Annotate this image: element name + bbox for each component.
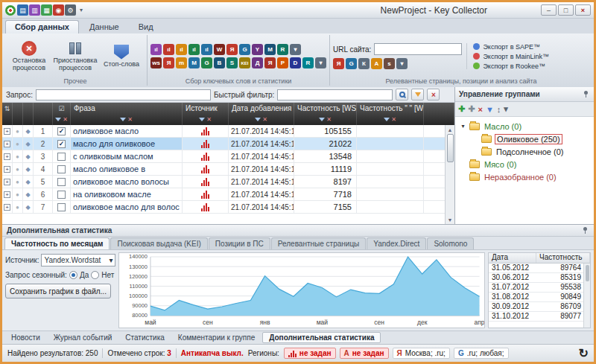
- table-row[interactable]: +●◆1✓оливковое масло21.07.2014 14:45:151…: [2, 125, 454, 138]
- groups-menu-icon[interactable]: ▾: [504, 104, 508, 114]
- service-icon[interactable]: ▾: [290, 44, 301, 55]
- scroll-down-icon[interactable]: ▼: [448, 215, 453, 224]
- expand-all-icon[interactable]: ↕: [497, 105, 501, 114]
- source-select[interactable]: Yandex.Wordstat ▾: [41, 254, 115, 266]
- check-all-icon[interactable]: ☑: [53, 103, 71, 114]
- service-icon[interactable]: M: [188, 57, 200, 68]
- scroll-up-icon[interactable]: ▲: [448, 125, 453, 134]
- service-icon[interactable]: D: [290, 57, 301, 68]
- expand-row-icon[interactable]: +: [4, 128, 10, 135]
- export-button-2[interactable]: Экспорт в Rookee™: [473, 63, 549, 70]
- maximize-button[interactable]: □: [558, 4, 574, 16]
- service-icon[interactable]: Д: [252, 57, 263, 68]
- site-service-icon[interactable]: К: [358, 58, 370, 69]
- ribbon-tab-2[interactable]: Вид: [130, 21, 162, 33]
- note-icon[interactable]: ●: [16, 128, 19, 135]
- expand-row-icon[interactable]: +: [4, 179, 10, 185]
- row-checkbox[interactable]: [57, 178, 66, 186]
- stats-tab-0[interactable]: Частотность по месяцам: [4, 237, 110, 249]
- phrase-cell[interactable]: оливковое масло: [71, 125, 183, 137]
- site-url-input[interactable]: [374, 43, 462, 55]
- scrollbar-thumb[interactable]: [447, 134, 454, 162]
- service-icon[interactable]: S: [226, 57, 238, 68]
- filter-clear-icon[interactable]: ✕: [391, 116, 396, 123]
- service-icon[interactable]: M: [264, 44, 276, 55]
- save-icon[interactable]: ▤: [17, 4, 28, 16]
- service-icon[interactable]: W: [214, 44, 225, 55]
- service-icon[interactable]: ıl: [163, 44, 174, 55]
- bottom-tab-3[interactable]: Комментарии к группе: [172, 333, 261, 342]
- seasonal-yes-radio[interactable]: [69, 271, 77, 279]
- pin-icon[interactable]: [581, 226, 589, 234]
- filter-groups-icon[interactable]: ▼: [486, 105, 494, 114]
- note-icon[interactable]: ●: [16, 141, 19, 147]
- note-icon[interactable]: ●: [16, 204, 19, 211]
- stats-tab-3[interactable]: Релевантные страницы: [271, 237, 367, 249]
- tree-node[interactable]: ▾Масло (0): [457, 120, 592, 132]
- expand-row-icon[interactable]: +: [4, 166, 10, 173]
- seasonal-no-radio[interactable]: [91, 271, 99, 279]
- vertical-scrollbar[interactable]: ▲ ▼: [445, 125, 454, 224]
- filter-funnel-icon[interactable]: [255, 118, 261, 121]
- service-icon[interactable]: ıl: [201, 44, 212, 55]
- delete-group-icon[interactable]: ×: [478, 105, 482, 114]
- filter-clear-icon[interactable]: ✕: [326, 116, 332, 123]
- stats-icon[interactable]: ▥: [29, 4, 40, 16]
- table-row[interactable]: +●◆2✓масло для оливковое21.07.2014 14:45…: [2, 138, 454, 150]
- bottom-tab-4[interactable]: Дополнительная статистика: [262, 332, 381, 343]
- filter-clear-icon[interactable]: ✕: [63, 116, 68, 123]
- ribbon-tab-0[interactable]: Сбор данных: [5, 20, 79, 33]
- shield-icon[interactable]: ◆: [25, 141, 30, 147]
- column-header-source[interactable]: Источник: [183, 103, 229, 114]
- search-button[interactable]: [396, 89, 408, 100]
- row-checkbox[interactable]: [57, 153, 66, 161]
- site-service-icon[interactable]: G: [346, 58, 357, 69]
- tree-expander-icon[interactable]: ▾: [460, 123, 466, 130]
- save-chart-button[interactable]: Сохранить график в файл...: [5, 284, 111, 298]
- stats-tab-1[interactable]: Поисковая выдача (KEI): [110, 237, 207, 249]
- expand-row-icon[interactable]: +: [4, 204, 10, 211]
- pin-icon[interactable]: [582, 90, 590, 98]
- export-button-0[interactable]: Экспорт в SAPE™: [473, 43, 549, 51]
- shield-icon[interactable]: ◆: [25, 191, 30, 198]
- service-icon[interactable]: ıl: [188, 44, 200, 55]
- site-service-icon[interactable]: A: [371, 58, 382, 69]
- note-icon[interactable]: ●: [16, 166, 19, 173]
- ribbon-button-2[interactable]: Стоп-слова: [99, 43, 144, 70]
- phrase-cell[interactable]: масло оливковое в: [71, 163, 183, 175]
- row-checkbox[interactable]: ✓: [57, 140, 66, 148]
- bottom-tab-2[interactable]: Статистика: [119, 333, 171, 342]
- mini-table-scrollbar[interactable]: [583, 264, 590, 328]
- filter-clear-icon[interactable]: ✕: [127, 116, 133, 123]
- service-icon[interactable]: B: [214, 57, 225, 68]
- service-icon[interactable]: ıl: [150, 44, 162, 55]
- phrase-cell[interactable]: на оливковом масле: [71, 188, 183, 200]
- table-row[interactable]: +●◆5оливковое масло волосы21.07.2014 14:…: [2, 176, 454, 188]
- filter-funnel-icon[interactable]: [55, 118, 61, 121]
- phrase-cell[interactable]: оливковое масло волосы: [71, 176, 183, 188]
- service-icon[interactable]: Я: [226, 44, 238, 55]
- ribbon-button-1[interactable]: Приостановка процессов: [53, 39, 98, 74]
- chart-icon[interactable]: ▦: [41, 4, 52, 16]
- row-checkbox[interactable]: [57, 203, 66, 211]
- stats-tab-5[interactable]: Solomono: [427, 237, 474, 249]
- table-row[interactable]: +●◆4масло оливковое в21.07.2014 14:45:15…: [2, 163, 454, 176]
- close-button[interactable]: ×: [575, 4, 591, 16]
- site-service-icon[interactable]: Я: [333, 58, 344, 69]
- settings-icon[interactable]: ⚙: [65, 4, 76, 16]
- filter-funnel-icon[interactable]: [199, 118, 205, 121]
- row-checkbox[interactable]: ✓: [57, 127, 66, 135]
- table-row[interactable]: +●◆6на оливковом масле21.07.2014 14:45:1…: [2, 188, 454, 201]
- site-service-icon[interactable]: s: [384, 58, 395, 69]
- service-icon[interactable]: ws: [150, 57, 162, 68]
- row-checkbox[interactable]: [57, 165, 66, 173]
- add-subgroup-icon[interactable]: ✚: [468, 104, 475, 114]
- service-icon[interactable]: Я: [163, 57, 174, 68]
- filter-funnel-icon[interactable]: [120, 118, 126, 121]
- filter-clear-icon[interactable]: ✕: [206, 116, 212, 123]
- service-icon[interactable]: KEI: [239, 57, 250, 68]
- column-header-date[interactable]: Дата добавления: [229, 103, 294, 114]
- bottom-tab-1[interactable]: Журнал событий: [48, 333, 118, 342]
- wordstat-region-badge[interactable]: не задан: [284, 348, 336, 359]
- google-region-badge[interactable]: G.ru; любая;: [454, 348, 509, 359]
